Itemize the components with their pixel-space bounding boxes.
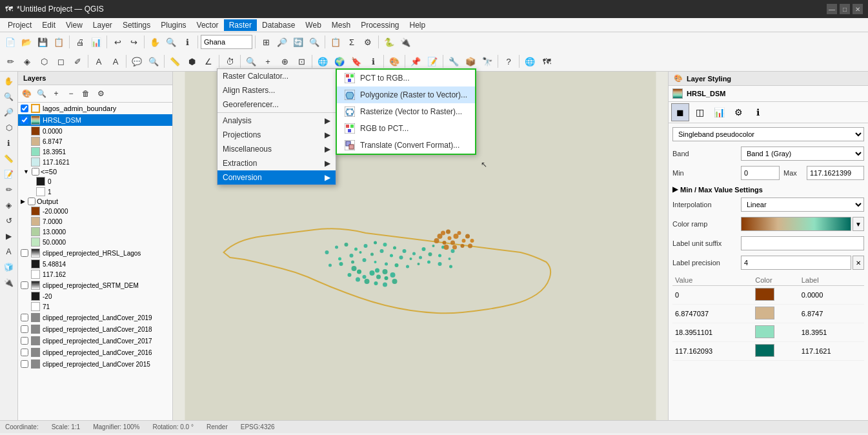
group-checkbox-50[interactable] — [32, 168, 39, 176]
undo-btn[interactable]: ↩ — [110, 34, 125, 50]
zoom-full-btn[interactable]: ⊞ — [258, 34, 274, 50]
layer-checkbox-hrsl[interactable] — [21, 116, 28, 124]
plugin4-btn[interactable]: 🔭 — [479, 54, 495, 69]
python-btn[interactable]: 🐍 — [381, 34, 397, 50]
remove-layer-btn[interactable]: 🗑 — [79, 86, 93, 101]
menu-mesh[interactable]: Mesh — [327, 19, 356, 31]
node-tool2-btn[interactable]: ◈ — [2, 198, 16, 212]
menu-edit[interactable]: Edit — [37, 19, 61, 31]
zoom-selection-btn[interactable]: ⊡ — [294, 54, 309, 69]
info-btn[interactable]: ℹ — [365, 54, 381, 69]
color-swatch-0[interactable] — [755, 288, 774, 301]
menu-view[interactable]: View — [61, 19, 88, 31]
zoom-layer2-btn[interactable]: ⊕ — [277, 54, 292, 69]
layers-settings-btn[interactable]: ⚙ — [94, 86, 108, 101]
measure-tool-btn[interactable]: 📏 — [2, 152, 16, 166]
pan-btn[interactable]: ✋ — [147, 34, 163, 50]
plugin2-btn[interactable]: 🔧 — [446, 54, 461, 69]
menu-web[interactable]: Web — [300, 19, 326, 31]
menu-raster[interactable]: Raster — [224, 19, 257, 31]
filter-layer-btn[interactable]: 🔍 — [34, 86, 48, 101]
layer-item-lc2018[interactable]: clipped_reprojected_LandCover_2018 — [18, 323, 172, 335]
edit-btn[interactable]: ✐ — [70, 54, 85, 69]
layer-item-clipped-hrsl-lagos[interactable]: clipped_reprojected_HRSL_Lagos — [18, 247, 172, 259]
cell-color-3[interactable] — [752, 342, 798, 361]
pin-btn[interactable]: 📌 — [408, 54, 423, 69]
node-tool-btn[interactable]: ◈ — [19, 54, 35, 69]
conv-pct-rgb[interactable]: PCT to RGB... — [337, 70, 475, 86]
report-btn[interactable]: 📊 — [88, 34, 104, 50]
colorramp-dropdown-btn[interactable]: ▼ — [853, 217, 864, 231]
layer-item-lc2016[interactable]: clipped_reprojected_LandCover_2016 — [18, 347, 172, 358]
minmax-section-title[interactable]: ▶ Min / Max Value Settings — [672, 185, 864, 194]
search-btn[interactable]: 🔍 — [307, 34, 322, 50]
layer-checkbox-lc2018[interactable] — [21, 325, 28, 333]
menu-georeferencer[interactable]: Georeferencer... — [217, 97, 336, 112]
menu-align-rasters[interactable]: Align Rasters... — [217, 83, 336, 97]
label-btn[interactable]: A — [91, 54, 106, 69]
plugin-tool-btn[interactable]: 🔌 — [2, 276, 16, 290]
bookmark-btn[interactable]: 🔖 — [348, 54, 364, 69]
colorramp-preview[interactable] — [741, 217, 851, 231]
plugin5-btn[interactable]: 🌐 — [522, 54, 538, 69]
digitize-btn[interactable]: ✏ — [3, 54, 18, 69]
edit-tool-btn[interactable]: ✏ — [2, 183, 16, 197]
color-swatch-1[interactable] — [755, 307, 774, 319]
precision-input[interactable] — [741, 256, 851, 270]
layer-checkbox-clipped-srtm[interactable] — [21, 281, 28, 289]
zoomout-tool-btn[interactable]: 🔎 — [2, 105, 16, 119]
measure-angle-btn[interactable]: ∠ — [201, 54, 216, 69]
menu-settings[interactable]: Settings — [117, 19, 156, 31]
zoom-out2-btn[interactable]: 🔍 — [243, 54, 259, 69]
layer-checkbox-lc2015[interactable] — [21, 360, 28, 368]
menu-extraction[interactable]: Extraction ▶ — [217, 156, 336, 170]
menu-processing[interactable]: Processing — [356, 19, 404, 31]
layer-checkbox-clipped-hrsl[interactable] — [21, 249, 28, 257]
select-tool-btn[interactable]: ⬡ — [2, 121, 16, 135]
add-layer-btn[interactable]: 🎨 — [19, 86, 34, 101]
color-swatch-2[interactable] — [755, 325, 774, 338]
zoom-in-btn[interactable]: 🔍 — [163, 34, 179, 50]
menu-plugins[interactable]: Plugins — [156, 19, 191, 31]
select-btn[interactable]: ⬡ — [36, 54, 52, 69]
conv-rasterize[interactable]: Rasterize (Vector to Raster)... — [337, 103, 475, 120]
rotate-tool-btn[interactable]: ↺ — [2, 214, 16, 228]
menu-help[interactable]: Help — [405, 19, 431, 31]
style-tab-rendering[interactable]: ⚙ — [729, 103, 747, 121]
menu-project[interactable]: Project — [3, 19, 37, 31]
layer-item-lagos-admin[interactable]: lagos_admin_boundary — [18, 103, 172, 114]
globe-btn[interactable]: 🌐 — [315, 54, 330, 69]
save-as-btn[interactable]: 📋 — [51, 34, 66, 50]
label2-btn[interactable]: A — [108, 54, 123, 69]
conv-rgb-pct[interactable]: RGB to PCT... — [337, 120, 475, 137]
color-swatch-3[interactable] — [755, 344, 774, 357]
precision-clear-btn[interactable]: ✕ — [853, 256, 864, 270]
layer-group-output[interactable]: ▶ Output — [18, 197, 172, 206]
label-tool-btn[interactable]: A — [2, 245, 16, 259]
layer-item-lc2019[interactable]: clipped_reprojected_LandCover_2019 — [18, 312, 172, 323]
globe2-btn[interactable]: 🌍 — [332, 54, 347, 69]
identify2-btn[interactable]: 🔍 — [146, 54, 161, 69]
identify-tool-btn[interactable]: ℹ — [2, 136, 16, 150]
annotate-tool-btn[interactable]: 📝 — [2, 167, 16, 181]
new-project-btn[interactable]: 📄 — [3, 34, 18, 50]
help-btn[interactable]: ? — [501, 54, 516, 69]
style-tab-renderer[interactable]: ◼ — [671, 103, 689, 121]
menu-vector[interactable]: Vector — [192, 19, 224, 31]
plugin6-btn[interactable]: 🗺 — [539, 54, 554, 69]
maximize-button[interactable]: □ — [840, 4, 850, 14]
menu-projections[interactable]: Projections ▶ — [217, 128, 336, 142]
conv-translate[interactable]: Translate (Convert Format)... — [337, 137, 475, 154]
open-project-btn[interactable]: 📂 — [19, 34, 34, 50]
labelunit-input[interactable] — [741, 236, 864, 250]
conv-polygonize[interactable]: Polygonize (Raster to Vector)... — [337, 86, 475, 103]
digitize-tool-btn[interactable]: ▶ — [2, 229, 16, 243]
layer-item-clipped-srtm[interactable]: clipped_reprojected_SRTM_DEM — [18, 279, 172, 291]
pan-tool-btn[interactable]: ✋ — [2, 74, 16, 88]
collapse-all-btn[interactable]: − — [64, 86, 78, 101]
menu-database[interactable]: Database — [257, 19, 300, 31]
band-select[interactable]: Band 1 (Gray) — [741, 147, 864, 161]
interpolation-select[interactable]: Linear Discrete Exact — [741, 197, 864, 212]
style-btn[interactable]: 🎨 — [387, 54, 402, 69]
menu-layer[interactable]: Layer — [88, 19, 117, 31]
